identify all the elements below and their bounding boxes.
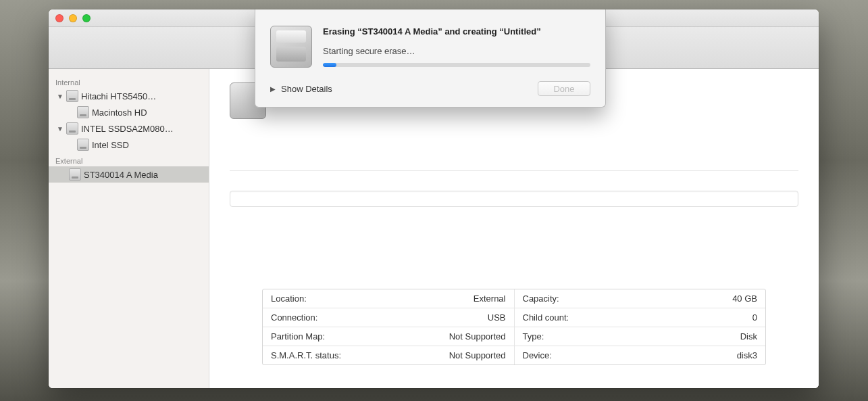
disk-info-table: Location: External Capacity: 40 GB Conne…: [262, 289, 766, 365]
info-cell-smart: S.M.A.R.T. status: Not Supported: [263, 346, 514, 364]
progress-fill: [323, 63, 336, 67]
info-key: Connection:: [271, 312, 317, 323]
table-row: Location: External Capacity: 40 GB: [263, 289, 765, 308]
info-value: 0: [752, 312, 757, 323]
chevron-down-icon[interactable]: ▼: [57, 125, 63, 133]
sidebar-header-external: External: [49, 153, 209, 166]
sidebar-item-label: Intel SSD: [92, 140, 129, 150]
show-details-label: Show Details: [281, 84, 332, 94]
progress-bar: [323, 63, 590, 67]
sidebar-header-internal: Internal: [49, 74, 209, 88]
info-value: 40 GB: [732, 293, 757, 304]
disk-icon: [77, 139, 89, 151]
zoom-window-button[interactable]: [82, 14, 91, 22]
info-key: Location:: [271, 293, 307, 304]
dialog-status: Starting secure erase…: [323, 46, 590, 56]
close-window-button[interactable]: [55, 14, 63, 22]
done-button: Done: [538, 81, 590, 96]
window-body: Internal ▼ Hitachi HTS5450… Macintosh HD…: [49, 69, 819, 388]
table-row: S.M.A.R.T. status: Not Supported Device:…: [263, 346, 765, 364]
info-value: USB: [488, 312, 506, 323]
info-key: Capacity:: [523, 293, 559, 304]
disk-utility-window: Disk Utility ✚ First Aid ◔ Partition ▭ E…: [49, 9, 819, 388]
info-value: Not Supported: [449, 350, 506, 360]
sidebar-item-label: Macintosh HD: [92, 108, 147, 118]
info-value: disk3: [737, 350, 757, 360]
disk-icon: [66, 122, 78, 135]
info-cell-child-count: Child count: 0: [514, 308, 766, 327]
info-key: Device:: [523, 350, 552, 360]
chevron-right-icon: ▶: [270, 85, 276, 93]
info-value: External: [474, 293, 506, 304]
info-value: Disk: [740, 331, 757, 341]
sidebar-item-st340014[interactable]: ST340014 A Media: [49, 166, 209, 183]
table-row: Partition Map: Not Supported Type: Disk: [263, 327, 765, 346]
sidebar-item-macintosh-hd[interactable]: Macintosh HD: [49, 104, 209, 120]
usage-bar: [230, 191, 798, 207]
dialog-title: Erasing “ST340014 A Media” and creating …: [323, 26, 590, 38]
info-cell-device: Device: disk3: [514, 346, 766, 364]
sidebar-item-label: Hitachi HTS5450…: [81, 91, 156, 101]
done-label: Done: [553, 84, 574, 94]
minimize-window-button[interactable]: [69, 14, 77, 22]
info-cell-connection: Connection: USB: [263, 308, 514, 327]
info-cell-location: Location: External: [263, 289, 514, 308]
sidebar: Internal ▼ Hitachi HTS5450… Macintosh HD…: [49, 69, 209, 388]
erase-progress-dialog: Erasing “ST340014 A Media” and creating …: [255, 9, 606, 108]
info-cell-partition-map: Partition Map: Not Supported: [263, 327, 514, 346]
divider: [230, 170, 798, 171]
main-content: Location: External Capacity: 40 GB Conne…: [209, 69, 819, 388]
show-details-toggle[interactable]: ▶ Show Details: [270, 84, 332, 94]
info-key: Child count:: [523, 312, 569, 323]
traffic-lights: [55, 14, 91, 22]
info-key: S.M.A.R.T. status:: [271, 350, 341, 360]
sidebar-item-label: INTEL SSDSA2M080…: [81, 124, 174, 134]
info-key: Type:: [523, 331, 544, 341]
info-cell-type: Type: Disk: [514, 327, 766, 346]
sidebar-item-intel[interactable]: ▼ INTEL SSDSA2M080…: [49, 120, 209, 137]
info-value: Not Supported: [449, 331, 506, 341]
disk-icon: [77, 106, 89, 118]
chevron-down-icon[interactable]: ▼: [57, 93, 63, 100]
sidebar-item-intel-ssd[interactable]: Intel SSD: [49, 137, 209, 153]
info-cell-capacity: Capacity: 40 GB: [514, 289, 766, 308]
disk-icon: [270, 26, 312, 68]
table-row: Connection: USB Child count: 0: [263, 308, 765, 327]
disk-icon: [69, 168, 81, 181]
info-key: Partition Map:: [271, 331, 325, 341]
sidebar-item-label: ST340014 A Media: [84, 170, 158, 180]
sidebar-item-hitachi[interactable]: ▼ Hitachi HTS5450…: [49, 88, 209, 104]
disk-icon: [66, 90, 78, 102]
